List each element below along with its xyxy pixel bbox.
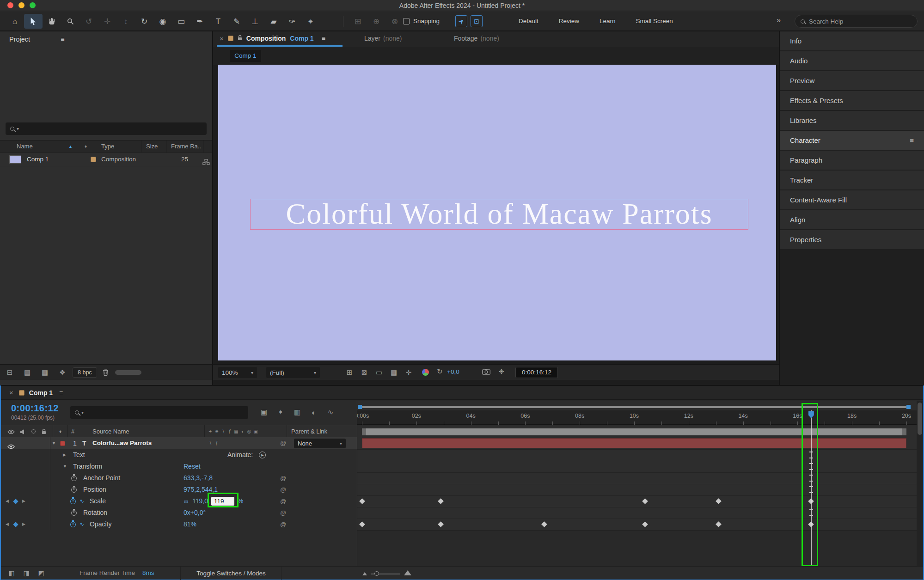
- keyframe-diamond[interactable]: [438, 521, 444, 527]
- property-row-position[interactable]: Position 975,2,544,1 @: [1, 484, 357, 495]
- work-area-end-handle[interactable]: [902, 428, 906, 435]
- property-value[interactable]: 633,3,-7,8: [184, 472, 213, 484]
- fx-icon[interactable]: ƒ: [226, 426, 233, 436]
- label-column-icon[interactable]: ♦: [59, 425, 61, 438]
- property-group-transform[interactable]: ▼ Transform Reset: [1, 461, 357, 472]
- previous-keyframe-button[interactable]: ◀: [6, 519, 9, 530]
- stopwatch-icon[interactable]: [71, 476, 77, 481]
- work-area-bar[interactable]: [362, 428, 906, 435]
- snap-cursor-icon[interactable]: ➤: [455, 15, 467, 27]
- keyframe-diamond[interactable]: [359, 521, 365, 527]
- keyframe-diamond[interactable]: [438, 498, 444, 504]
- layer-label-color[interactable]: [60, 441, 65, 446]
- timeline-panel-menu-icon[interactable]: ≡: [59, 389, 63, 397]
- group-label[interactable]: Text: [73, 449, 85, 461]
- horizontal-scroll-thumb[interactable]: [115, 370, 141, 375]
- workspace-default[interactable]: Default: [508, 11, 549, 31]
- rotation-tool-icon[interactable]: ↻: [135, 14, 153, 29]
- previous-keyframe-button[interactable]: ◀: [6, 495, 9, 507]
- keyframe-diamond[interactable]: [642, 498, 648, 504]
- layer-duration-bar[interactable]: [362, 438, 906, 448]
- panel-menu-icon[interactable]: ≡: [910, 136, 914, 144]
- workspace-learn[interactable]: Learn: [589, 11, 626, 31]
- property-value[interactable]: 0x+0,0°: [184, 507, 206, 519]
- pen-tool-icon[interactable]: ✒: [190, 14, 209, 29]
- stopwatch-icon-active[interactable]: [70, 499, 76, 504]
- sidebar-panel-properties[interactable]: Properties: [780, 230, 924, 249]
- zoom-out-timeline-icon[interactable]: [362, 572, 367, 575]
- quality-icon[interactable]: ∖: [220, 426, 226, 436]
- collapse-icon[interactable]: ✷: [214, 426, 220, 436]
- keyframe-diamond[interactable]: [359, 498, 365, 504]
- property-value[interactable]: 975,2,544,1: [184, 484, 218, 495]
- choose-grid-guides-icon[interactable]: ⊞: [343, 367, 355, 378]
- timeline-current-time[interactable]: 0:00:16:12: [11, 403, 59, 414]
- stopwatch-icon[interactable]: [71, 510, 77, 516]
- project-flowchart-icon[interactable]: ❖: [56, 367, 68, 378]
- expand-inout-icon[interactable]: ◩: [35, 568, 47, 579]
- graph-variation-icon[interactable]: ∿: [80, 495, 84, 507]
- eraser-tool-icon[interactable]: ▰: [264, 14, 283, 29]
- brush-tool-icon[interactable]: ✎: [227, 14, 246, 29]
- show-snapshot-icon[interactable]: ❉: [499, 368, 504, 375]
- toggle-switches-modes-button[interactable]: Toggle Switches / Modes: [181, 567, 281, 580]
- expand-transfer-controls-icon[interactable]: ◨: [20, 568, 32, 579]
- timeline-graph-area[interactable]: 0:00s02s04s06s08s10s12s14s16s18s20s: [357, 401, 917, 566]
- animate-menu-button[interactable]: ▶: [259, 452, 266, 458]
- column-name[interactable]: Name: [17, 140, 33, 153]
- sort-ascending-icon[interactable]: ▲: [68, 140, 73, 153]
- motion-blur-icon[interactable]: ◐: [308, 407, 320, 418]
- sidebar-panel-tracker[interactable]: Tracker: [780, 171, 924, 189]
- orbit-camera-tool-icon[interactable]: ↺: [80, 14, 98, 29]
- property-name[interactable]: Opacity: [90, 519, 111, 530]
- item-name[interactable]: Comp 1: [27, 153, 49, 166]
- exposure-icon[interactable]: ✛: [403, 367, 415, 378]
- composition-canvas[interactable]: Colorful World of Macaw Parrots: [218, 65, 776, 360]
- sidebar-panel-align[interactable]: Align: [780, 210, 924, 229]
- mini-flowchart-icon[interactable]: [202, 156, 210, 170]
- timeline-tab-label[interactable]: Comp 1: [29, 389, 53, 397]
- pan-camera-tool-icon[interactable]: ✛: [98, 14, 116, 29]
- property-pickwhip-icon[interactable]: @: [280, 484, 286, 495]
- property-pickwhip-icon[interactable]: @: [280, 519, 286, 530]
- reset-exposure-icon[interactable]: ↻: [437, 367, 443, 376]
- transparency-grid-icon[interactable]: ▦: [388, 367, 400, 378]
- property-group-text[interactable]: ▶ Text Animate: ▶: [1, 449, 357, 461]
- lock-icon[interactable]: [238, 35, 242, 42]
- sidebar-panel-info[interactable]: Info: [780, 31, 924, 50]
- camera-tool-icon[interactable]: ◉: [153, 14, 172, 29]
- viewer-panel-menu-icon[interactable]: ≡: [322, 35, 325, 42]
- hand-tool-icon[interactable]: [43, 14, 61, 29]
- graph-editor-icon[interactable]: ∿: [324, 407, 337, 418]
- time-navigator-bar[interactable]: [362, 406, 906, 408]
- property-pickwhip-icon[interactable]: @: [280, 495, 286, 507]
- layer-quality-switch-icon[interactable]: ∖: [207, 438, 214, 448]
- property-name[interactable]: Scale: [90, 495, 106, 507]
- search-options-caret-icon[interactable]: ▾: [81, 410, 84, 415]
- column-size[interactable]: Size: [146, 140, 158, 153]
- interpret-footage-icon[interactable]: ⊟: [4, 367, 16, 378]
- project-item-row[interactable]: Comp 1 Composition 25: [0, 153, 212, 166]
- parent-pickwhip-icon[interactable]: @: [280, 437, 286, 449]
- keyframe-diamond[interactable]: [642, 521, 648, 527]
- viewer-timecode[interactable]: 0:00:16:12: [515, 367, 558, 378]
- expand-layer-switches-icon[interactable]: ◧: [6, 568, 18, 579]
- scrollbar-thumb[interactable]: [918, 403, 922, 435]
- selection-tool-icon[interactable]: [24, 14, 43, 29]
- disclosure-triangle[interactable]: ▼: [63, 461, 67, 472]
- reset-link[interactable]: Reset: [184, 461, 201, 472]
- zoom-tool-icon[interactable]: [61, 14, 80, 29]
- navigator-end-handle[interactable]: [906, 405, 911, 409]
- work-area-start-handle[interactable]: [362, 428, 366, 435]
- zoom-in-timeline-icon[interactable]: [404, 570, 411, 575]
- navigator-start-handle[interactable]: [358, 405, 362, 409]
- property-name[interactable]: Anchor Point: [83, 472, 120, 484]
- live-update-icon[interactable]: ✦: [275, 407, 287, 418]
- comp-subtab[interactable]: Comp 1: [230, 50, 261, 62]
- help-search-field[interactable]: Search Help: [795, 15, 918, 28]
- next-keyframe-button[interactable]: ▶: [22, 519, 25, 530]
- rectangle-tool-icon[interactable]: ▭: [172, 14, 190, 29]
- column-frame-rate[interactable]: Frame Ra..: [171, 140, 201, 153]
- world-axis-mode-icon[interactable]: ⊕: [367, 14, 386, 29]
- next-keyframe-button[interactable]: ▶: [22, 495, 25, 507]
